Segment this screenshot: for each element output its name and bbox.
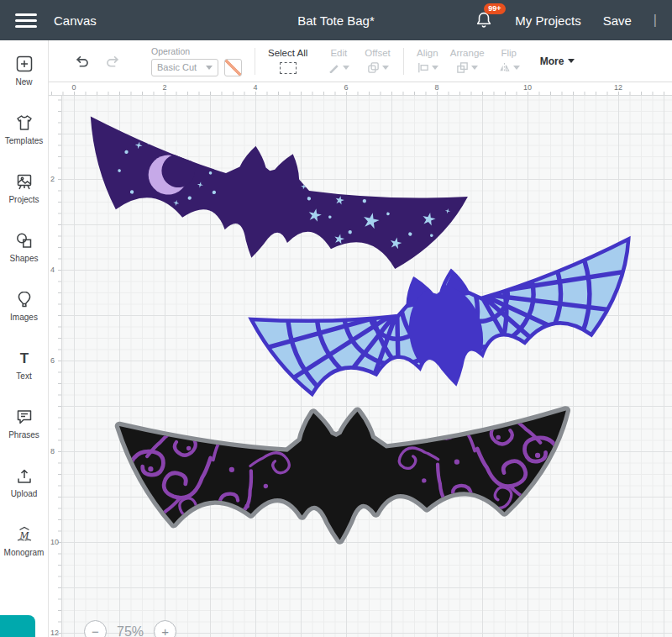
ruler-label: 10 xyxy=(523,83,532,92)
sidebar-item-new[interactable]: New xyxy=(0,40,48,99)
arrange-label: Arrange xyxy=(450,48,485,58)
project-title: Bat Tote Bag* xyxy=(168,13,504,28)
ruler-label: 12 xyxy=(50,629,59,637)
operation-value: Basic Cut xyxy=(157,62,197,72)
zoom-level: 75% xyxy=(117,624,144,637)
ruler-label: 8 xyxy=(50,447,55,455)
redo-button xyxy=(105,53,121,69)
header-divider: | xyxy=(654,13,657,28)
align-icon xyxy=(417,61,429,74)
zoom-control: − 75% + xyxy=(84,620,176,637)
chevron-down-icon xyxy=(382,66,389,70)
chevron-down-icon xyxy=(432,66,438,70)
sidebar-item-label: Shapes xyxy=(10,254,39,263)
select-all-button[interactable]: Select All xyxy=(268,48,307,75)
left-sidebar: New Templates Projects Shapes Images T T… xyxy=(0,40,49,637)
templates-icon xyxy=(14,113,34,133)
bottom-left-accent-tab[interactable] xyxy=(0,615,35,637)
canvas-object-damask-bat[interactable] xyxy=(116,388,574,573)
ruler-label: 6 xyxy=(344,83,348,92)
notification-badge: 99+ xyxy=(484,3,505,14)
select-all-label: Select All xyxy=(268,48,307,58)
monogram-icon: M xyxy=(14,524,34,545)
ruler-label: 10 xyxy=(50,538,59,546)
ruler-label: 8 xyxy=(434,83,438,92)
chevron-down-icon xyxy=(343,66,349,70)
sidebar-item-label: Images xyxy=(10,313,38,322)
ruler-label: 4 xyxy=(253,83,257,92)
chevron-down-icon xyxy=(568,59,575,63)
sidebar-item-label: Monogram xyxy=(4,548,45,557)
svg-text:T: T xyxy=(19,350,29,366)
operation-label: Operation xyxy=(151,46,190,56)
toolbar-divider xyxy=(403,48,404,75)
flip-icon xyxy=(498,61,511,74)
undo-button[interactable] xyxy=(74,53,90,69)
ruler-label: 6 xyxy=(50,356,55,365)
toolbar-divider xyxy=(255,48,255,75)
operation-select[interactable]: Basic Cut xyxy=(151,59,218,76)
sidebar-item-label: Phrases xyxy=(8,430,39,440)
undo-icon xyxy=(74,53,90,69)
sidebar-item-label: Projects xyxy=(8,195,39,204)
sidebar-item-shapes[interactable]: Shapes xyxy=(0,217,48,276)
text-icon: T xyxy=(14,348,34,368)
menu-icon[interactable] xyxy=(15,10,37,31)
more-label: More xyxy=(540,55,564,67)
align-label: Align xyxy=(417,48,438,58)
ruler-label: 0 xyxy=(71,83,76,92)
top-bar: Canvas Bat Tote Bag* 99+ My Projects Sav… xyxy=(0,0,672,40)
shapes-icon xyxy=(14,230,34,250)
more-button[interactable]: More xyxy=(540,55,575,67)
upload-icon xyxy=(14,466,34,486)
sidebar-item-phrases[interactable]: Phrases xyxy=(0,393,48,452)
offset-label: Offset xyxy=(365,48,390,58)
bat-silhouette-with-offset xyxy=(119,404,570,547)
my-projects-link[interactable]: My Projects xyxy=(515,13,580,28)
canvas-workspace[interactable]: − 75% + xyxy=(62,96,672,637)
sidebar-item-label: Text xyxy=(16,371,31,381)
edit-label: Edit xyxy=(330,48,347,58)
selection-box-icon xyxy=(280,62,297,74)
sidebar-item-monogram[interactable]: M Monogram xyxy=(0,511,48,570)
redo-icon xyxy=(105,53,121,69)
arrange-layers-icon xyxy=(456,61,469,74)
ruler-label: 4 xyxy=(50,266,55,274)
sidebar-item-templates[interactable]: Templates xyxy=(0,99,48,158)
offset-button: Offset xyxy=(365,48,390,75)
align-button: Align xyxy=(417,48,438,75)
edit-button: Edit xyxy=(328,48,349,75)
sidebar-item-label: Templates xyxy=(5,136,44,145)
offset-icon xyxy=(367,61,380,74)
zoom-out-button[interactable]: − xyxy=(84,620,107,637)
balloon-icon xyxy=(14,289,34,309)
cut-color-swatch[interactable] xyxy=(224,59,242,76)
ruler-label: 2 xyxy=(50,175,55,183)
save-button[interactable]: Save xyxy=(603,13,632,28)
ruler-label: 12 xyxy=(614,83,622,92)
plus-icon xyxy=(14,54,34,74)
chevron-down-icon xyxy=(471,66,478,70)
edit-toolbar: Operation Basic Cut Select All Edit Offs… xyxy=(49,40,672,82)
speech-bubble-icon xyxy=(14,407,34,427)
flip-button: Flip xyxy=(498,48,520,75)
sidebar-item-upload[interactable]: Upload xyxy=(0,452,48,511)
sidebar-item-projects[interactable]: Projects xyxy=(0,158,48,217)
sidebar-item-images[interactable]: Images xyxy=(0,276,48,334)
arrange-button: Arrange xyxy=(450,48,485,75)
projects-icon xyxy=(14,171,34,192)
operation-group: Operation Basic Cut xyxy=(151,46,242,76)
canvas-menu-label[interactable]: Canvas xyxy=(54,13,97,28)
chevron-down-icon xyxy=(206,66,213,70)
sidebar-item-text[interactable]: T Text xyxy=(0,334,48,393)
flip-label: Flip xyxy=(501,48,517,58)
chevron-down-icon xyxy=(513,66,520,70)
zoom-in-button[interactable]: + xyxy=(154,620,176,637)
pencil-icon xyxy=(328,61,340,74)
notifications-button[interactable]: 99+ xyxy=(475,11,493,29)
sidebar-item-label: Upload xyxy=(11,489,38,498)
sidebar-item-label: New xyxy=(15,77,32,87)
vertical-ruler: 0 2 4 6 8 10 12 xyxy=(49,82,62,637)
horizontal-ruler: 0 2 4 6 8 10 12 xyxy=(49,82,672,96)
ruler-label: 2 xyxy=(162,83,166,92)
